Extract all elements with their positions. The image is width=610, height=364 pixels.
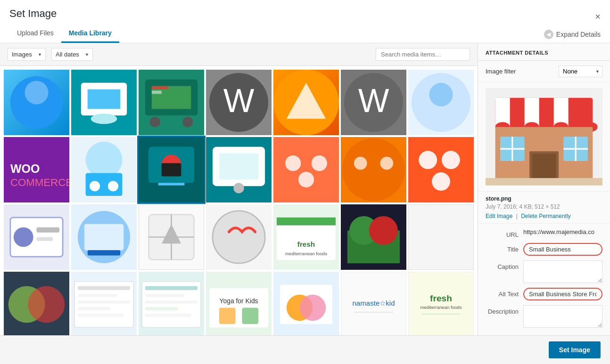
attachment-meta: store.png July 7, 2016; 4 KB; 512 × 512 … [478,192,610,224]
svg-point-36 [233,183,244,193]
attachment-fields: URL https://www.majemedia.co Title Capti… [478,224,610,335]
svg-text:Yoga for Kids: Yoga for Kids [219,297,258,305]
chevron-left-icon: ◀ [544,30,553,39]
image-filter-select[interactable]: None Grayscale Sepia [559,65,602,77]
dialog-title: Set Image [9,8,57,20]
media-item[interactable] [4,70,69,135]
tab-upload[interactable]: Upload Files [9,25,61,43]
svg-rect-150 [532,154,556,178]
media-item[interactable] [273,272,339,335]
svg-text:W: W [223,82,255,119]
media-item[interactable] [408,137,474,202]
attachment-filename: store.png [486,195,602,202]
media-area: Images Audio Video All dates [0,43,478,335]
media-item[interactable]: freshmediterranean foods [273,204,339,270]
image-filter-row: Image filter None Grayscale Sepia [478,61,610,82]
svg-rect-87 [145,300,198,304]
description-field-row: Description [486,305,602,328]
media-grid: W W WOOCOMMERCE [4,70,474,335]
attachment-sidebar: ATTACHMENT DETAILS Image filter None Gra… [478,43,610,335]
expand-details-button[interactable]: ◀ Expand Details [544,30,601,39]
attachment-preview [478,82,610,192]
svg-rect-81 [78,307,111,310]
media-toolbar: Images Audio Video All dates [0,43,478,66]
media-item[interactable]: WOOCOMMERCE [4,137,69,202]
media-item[interactable] [139,70,204,135]
svg-point-27 [90,181,100,191]
delete-permanently-link[interactable]: Delete Permanently [521,213,570,219]
media-item[interactable] [273,70,339,135]
svg-point-1 [25,81,48,105]
svg-text:fresh: fresh [297,240,315,248]
media-item[interactable]: Yoga for Kids [206,272,272,335]
media-item[interactable] [273,137,339,202]
media-item[interactable] [341,137,406,202]
media-item[interactable] [4,204,69,270]
filter-type-select[interactable]: Images Audio Video [8,48,46,61]
media-item[interactable] [408,70,474,135]
svg-point-44 [410,138,472,201]
svg-point-40 [298,172,314,187]
title-field-wrapper [523,243,602,256]
media-item[interactable]: W [206,70,272,135]
description-label: Description [486,305,523,315]
attachment-preview-image [486,88,602,186]
svg-rect-8 [152,86,191,109]
alt-text-label: Alt Text [486,288,523,298]
svg-point-63 [213,211,265,263]
svg-point-45 [419,151,437,169]
svg-text:fresh: fresh [430,293,452,303]
filter-date-select[interactable]: All dates [51,48,93,61]
set-image-dialog: Set Image × Upload Files Media Library ◀… [0,0,610,364]
media-item[interactable]: W [341,70,406,135]
media-item[interactable]: namaste☆kid [341,272,406,335]
alt-text-field-row: Alt Text [486,288,602,300]
svg-text:mediterranean foods: mediterranean foods [420,305,462,310]
svg-rect-89 [145,314,191,317]
svg-point-38 [285,155,301,171]
media-item[interactable] [341,204,406,270]
media-item[interactable] [71,204,137,270]
svg-point-50 [14,227,33,247]
search-input[interactable] [376,48,470,61]
title-label: Title [486,243,523,253]
svg-text:mediterranean foods: mediterranean foods [285,251,327,256]
svg-rect-94 [242,307,258,324]
svg-rect-80 [78,300,130,304]
alt-text-field-wrapper [523,288,602,300]
svg-rect-32 [162,163,181,177]
caption-field-row: Caption [486,260,602,283]
svg-text:COMMERCE: COMMERCE [10,177,69,188]
media-item[interactable] [71,70,137,135]
media-item[interactable] [206,137,272,202]
caption-label: Caption [486,260,523,270]
url-value: https://www.majemedia.co [523,228,602,235]
alt-text-input[interactable] [523,288,602,300]
svg-text:W: W [358,82,389,119]
media-item[interactable] [139,272,204,335]
description-textarea[interactable] [523,305,602,328]
edit-image-link[interactable]: Edit Image [486,213,512,219]
media-item[interactable]: freshmediterranean foods [408,272,474,335]
title-input[interactable] [523,243,602,256]
set-image-button[interactable]: Set Image [549,341,601,358]
image-filter-select-wrapper: None Grayscale Sepia [559,65,602,77]
tab-media-library[interactable]: Media Library [61,25,119,43]
svg-text:namaste☆kid: namaste☆kid [352,299,395,307]
svg-point-42 [354,157,367,170]
filter-type-wrapper: Images Audio Video [8,48,46,61]
store-image-svg [486,88,602,186]
svg-point-46 [442,151,460,169]
media-item[interactable] [139,204,204,270]
svg-point-9 [150,117,160,127]
caption-textarea[interactable] [523,260,602,283]
close-button[interactable]: × [595,12,601,21]
media-item[interactable] [71,272,137,335]
media-item[interactable] [408,204,474,270]
media-item[interactable] [4,272,69,335]
media-item selected[interactable] [139,137,204,202]
media-item[interactable] [206,204,272,270]
media-item[interactable] [71,137,137,202]
svg-point-28 [108,181,118,191]
svg-rect-88 [145,307,178,310]
